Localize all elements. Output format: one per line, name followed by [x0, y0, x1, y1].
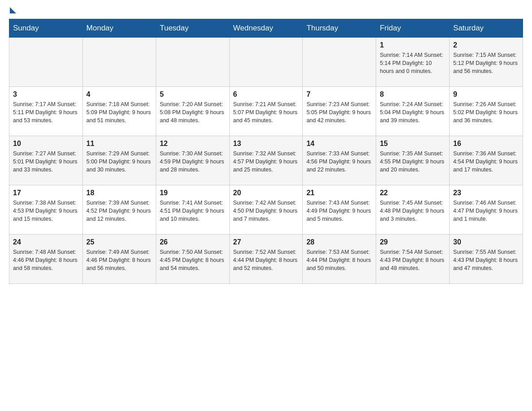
column-header-friday: Friday	[376, 19, 450, 38]
calendar-week-2: 3Sunrise: 7:17 AM Sunset: 5:11 PM Daylig…	[9, 87, 523, 136]
calendar-header-row: SundayMondayTuesdayWednesdayThursdayFrid…	[9, 19, 523, 38]
day-number: 18	[86, 189, 152, 197]
day-info: Sunrise: 7:50 AM Sunset: 4:45 PM Dayligh…	[160, 248, 226, 272]
day-info: Sunrise: 7:27 AM Sunset: 5:01 PM Dayligh…	[13, 150, 79, 174]
calendar-cell: 18Sunrise: 7:39 AM Sunset: 4:52 PM Dayli…	[82, 185, 156, 235]
day-number: 9	[453, 90, 519, 98]
calendar-cell: 25Sunrise: 7:49 AM Sunset: 4:46 PM Dayli…	[82, 235, 156, 284]
day-info: Sunrise: 7:26 AM Sunset: 5:02 PM Dayligh…	[453, 100, 519, 124]
day-info: Sunrise: 7:17 AM Sunset: 5:11 PM Dayligh…	[13, 100, 79, 124]
day-info: Sunrise: 7:49 AM Sunset: 4:46 PM Dayligh…	[86, 248, 152, 272]
calendar-table: SundayMondayTuesdayWednesdayThursdayFrid…	[9, 19, 523, 284]
calendar-cell	[229, 38, 303, 87]
column-header-sunday: Sunday	[9, 19, 83, 38]
day-info: Sunrise: 7:46 AM Sunset: 4:47 PM Dayligh…	[453, 199, 519, 223]
day-info: Sunrise: 7:52 AM Sunset: 4:44 PM Dayligh…	[233, 248, 299, 272]
calendar-cell: 11Sunrise: 7:29 AM Sunset: 5:00 PM Dayli…	[82, 136, 156, 185]
calendar-cell	[82, 38, 156, 87]
calendar-cell: 10Sunrise: 7:27 AM Sunset: 5:01 PM Dayli…	[9, 136, 83, 185]
day-info: Sunrise: 7:54 AM Sunset: 4:43 PM Dayligh…	[380, 248, 446, 272]
column-header-thursday: Thursday	[303, 19, 376, 38]
day-info: Sunrise: 7:42 AM Sunset: 4:50 PM Dayligh…	[233, 199, 299, 223]
calendar-cell: 6Sunrise: 7:21 AM Sunset: 5:07 PM Daylig…	[229, 87, 303, 136]
column-header-saturday: Saturday	[450, 19, 523, 38]
day-info: Sunrise: 7:21 AM Sunset: 5:07 PM Dayligh…	[233, 100, 299, 124]
day-number: 1	[380, 41, 446, 49]
day-number: 25	[86, 238, 152, 246]
day-number: 15	[380, 140, 446, 148]
day-info: Sunrise: 7:32 AM Sunset: 4:57 PM Dayligh…	[233, 150, 299, 174]
calendar-cell: 2Sunrise: 7:15 AM Sunset: 5:12 PM Daylig…	[450, 38, 523, 87]
calendar-cell: 14Sunrise: 7:33 AM Sunset: 4:56 PM Dayli…	[303, 136, 376, 185]
day-number: 2	[453, 41, 519, 49]
day-number: 5	[160, 90, 226, 98]
day-info: Sunrise: 7:36 AM Sunset: 4:54 PM Dayligh…	[453, 150, 519, 174]
day-info: Sunrise: 7:48 AM Sunset: 4:46 PM Dayligh…	[13, 248, 79, 272]
calendar-cell: 7Sunrise: 7:23 AM Sunset: 5:05 PM Daylig…	[303, 87, 376, 136]
calendar-week-1: 1Sunrise: 7:14 AM Sunset: 5:14 PM Daylig…	[9, 38, 523, 87]
day-number: 24	[13, 238, 79, 246]
day-number: 28	[306, 238, 372, 246]
calendar-week-5: 24Sunrise: 7:48 AM Sunset: 4:46 PM Dayli…	[9, 235, 523, 284]
calendar-cell: 1Sunrise: 7:14 AM Sunset: 5:14 PM Daylig…	[376, 38, 450, 87]
day-number: 21	[306, 189, 372, 197]
calendar-cell	[303, 38, 376, 87]
calendar-cell: 19Sunrise: 7:41 AM Sunset: 4:51 PM Dayli…	[156, 185, 229, 235]
day-number: 17	[13, 189, 79, 197]
day-info: Sunrise: 7:33 AM Sunset: 4:56 PM Dayligh…	[306, 150, 372, 174]
day-info: Sunrise: 7:55 AM Sunset: 4:43 PM Dayligh…	[453, 248, 519, 272]
day-number: 27	[233, 238, 299, 246]
column-header-tuesday: Tuesday	[156, 19, 229, 38]
column-header-wednesday: Wednesday	[229, 19, 303, 38]
day-info: Sunrise: 7:39 AM Sunset: 4:52 PM Dayligh…	[86, 199, 152, 223]
day-info: Sunrise: 7:38 AM Sunset: 4:53 PM Dayligh…	[13, 199, 79, 223]
calendar-cell: 3Sunrise: 7:17 AM Sunset: 5:11 PM Daylig…	[9, 87, 83, 136]
day-number: 8	[380, 90, 446, 98]
day-number: 30	[453, 238, 519, 246]
calendar-cell: 5Sunrise: 7:20 AM Sunset: 5:08 PM Daylig…	[156, 87, 229, 136]
calendar-cell: 30Sunrise: 7:55 AM Sunset: 4:43 PM Dayli…	[450, 235, 523, 284]
day-info: Sunrise: 7:53 AM Sunset: 4:44 PM Dayligh…	[306, 248, 372, 272]
day-number: 4	[86, 90, 152, 98]
calendar-cell: 23Sunrise: 7:46 AM Sunset: 4:47 PM Dayli…	[450, 185, 523, 235]
logo-triangle-icon	[10, 7, 16, 13]
calendar-cell: 20Sunrise: 7:42 AM Sunset: 4:50 PM Dayli…	[229, 185, 303, 235]
calendar-cell: 29Sunrise: 7:54 AM Sunset: 4:43 PM Dayli…	[376, 235, 450, 284]
day-info: Sunrise: 7:18 AM Sunset: 5:09 PM Dayligh…	[86, 100, 152, 124]
day-number: 26	[160, 238, 226, 246]
calendar-cell: 9Sunrise: 7:26 AM Sunset: 5:02 PM Daylig…	[450, 87, 523, 136]
day-number: 7	[306, 90, 372, 98]
day-number: 10	[13, 140, 79, 148]
column-header-monday: Monday	[82, 19, 156, 38]
day-info: Sunrise: 7:14 AM Sunset: 5:14 PM Dayligh…	[380, 51, 446, 75]
day-info: Sunrise: 7:29 AM Sunset: 5:00 PM Dayligh…	[86, 150, 152, 174]
day-info: Sunrise: 7:23 AM Sunset: 5:05 PM Dayligh…	[306, 100, 372, 124]
day-number: 16	[453, 140, 519, 148]
day-info: Sunrise: 7:30 AM Sunset: 4:59 PM Dayligh…	[160, 150, 226, 174]
day-number: 14	[306, 140, 372, 148]
day-number: 13	[233, 140, 299, 148]
calendar-cell: 15Sunrise: 7:35 AM Sunset: 4:55 PM Dayli…	[376, 136, 450, 185]
day-info: Sunrise: 7:45 AM Sunset: 4:48 PM Dayligh…	[380, 199, 446, 223]
calendar-cell: 8Sunrise: 7:24 AM Sunset: 5:04 PM Daylig…	[376, 87, 450, 136]
logo-top	[9, 9, 16, 13]
day-number: 11	[86, 140, 152, 148]
day-info: Sunrise: 7:43 AM Sunset: 4:49 PM Dayligh…	[306, 199, 372, 223]
calendar-cell: 13Sunrise: 7:32 AM Sunset: 4:57 PM Dayli…	[229, 136, 303, 185]
calendar-cell: 24Sunrise: 7:48 AM Sunset: 4:46 PM Dayli…	[9, 235, 83, 284]
day-info: Sunrise: 7:20 AM Sunset: 5:08 PM Dayligh…	[160, 100, 226, 124]
calendar-cell	[9, 38, 83, 87]
logo	[9, 9, 16, 12]
calendar-cell: 4Sunrise: 7:18 AM Sunset: 5:09 PM Daylig…	[82, 87, 156, 136]
day-number: 12	[160, 140, 226, 148]
day-info: Sunrise: 7:35 AM Sunset: 4:55 PM Dayligh…	[380, 150, 446, 174]
calendar-cell: 21Sunrise: 7:43 AM Sunset: 4:49 PM Dayli…	[303, 185, 376, 235]
calendar-cell: 26Sunrise: 7:50 AM Sunset: 4:45 PM Dayli…	[156, 235, 229, 284]
calendar-week-4: 17Sunrise: 7:38 AM Sunset: 4:53 PM Dayli…	[9, 185, 523, 235]
calendar-cell: 16Sunrise: 7:36 AM Sunset: 4:54 PM Dayli…	[450, 136, 523, 185]
day-info: Sunrise: 7:15 AM Sunset: 5:12 PM Dayligh…	[453, 51, 519, 75]
day-number: 22	[380, 189, 446, 197]
page-header	[9, 9, 523, 12]
calendar-week-3: 10Sunrise: 7:27 AM Sunset: 5:01 PM Dayli…	[9, 136, 523, 185]
day-info: Sunrise: 7:24 AM Sunset: 5:04 PM Dayligh…	[380, 100, 446, 124]
